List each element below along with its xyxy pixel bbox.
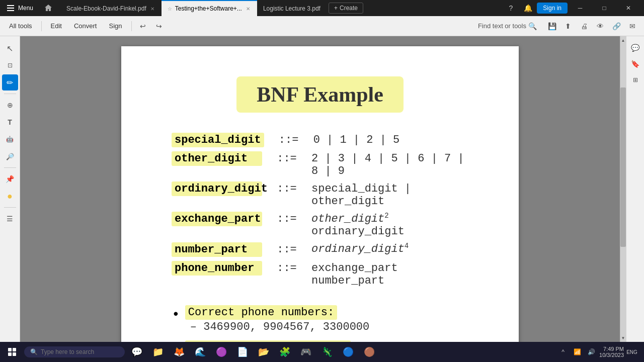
titlebar-actions: ? 🔔 Sign in ─ □ ✕	[503, 0, 640, 16]
bookmarks-panel-button[interactable]: 🔖	[628, 56, 643, 71]
taskbar-search-icon: 🔍	[30, 348, 38, 355]
edit-button[interactable]: Edit	[46, 20, 67, 32]
menu-button[interactable]: Menu	[4, 0, 36, 16]
taskbar-search[interactable]: 🔍	[24, 346, 125, 357]
link-button[interactable]: 🔗	[609, 19, 624, 34]
taskbar-app-puzzle[interactable]: 🧩	[275, 342, 295, 362]
scroll-thumb[interactable]	[620, 87, 626, 247]
dot-marker-tool[interactable]: ●	[2, 188, 18, 204]
taskbar-app-brown[interactable]: 🟤	[359, 342, 379, 362]
select-tool[interactable]: ⊡	[2, 57, 18, 73]
taskbar-app-edge[interactable]: 🌊	[190, 342, 210, 362]
edit-pen-tool[interactable]: ✏	[2, 74, 18, 90]
all-tools-button[interactable]: All tools	[4, 20, 37, 32]
cursor-tool[interactable]: ↖	[2, 40, 18, 56]
bell-icon: 🔔	[524, 4, 532, 12]
tab-label: Scale-Ebook-David-Finkel.pdf	[66, 5, 146, 12]
hamburger-icon	[7, 5, 14, 11]
pen-icon: ✏	[7, 78, 13, 87]
chat-icon: 💬	[131, 346, 142, 357]
steam-icon: 🎮	[300, 346, 311, 357]
save-icon: 💾	[548, 22, 556, 30]
sign-in-button[interactable]: Sign in	[537, 3, 568, 14]
tray-network-button[interactable]: 📶	[571, 346, 583, 358]
bullets-section: • Correct phone numbers: – 3469900, 9904…	[162, 306, 478, 342]
mail-button[interactable]: ✉	[625, 19, 640, 34]
zoom-tool[interactable]: ⊕	[2, 97, 18, 113]
menu-lines-icon: ☰	[7, 215, 13, 223]
bnf-lhs-phone-number: phone_number	[172, 261, 262, 276]
taskbar-app-folder[interactable]: 📂	[254, 342, 274, 362]
taskbar-app-file-explorer[interactable]: 📁	[148, 342, 168, 362]
edit-label: Edit	[51, 22, 62, 30]
tray-clock[interactable]: 7:49 PM 10/3/2023	[599, 346, 624, 358]
tray-date-label: 10/3/2023	[599, 352, 624, 358]
tab-testing-software[interactable]: ☆ Testing+the+Software+... ✕	[162, 0, 257, 16]
taskbar-app-steam[interactable]: 🎮	[296, 342, 316, 362]
review-button[interactable]: 👁	[593, 19, 608, 34]
tray-chevron-button[interactable]: ^	[557, 346, 569, 358]
save-button[interactable]: 💾	[544, 19, 559, 34]
close-button[interactable]: ✕	[617, 0, 640, 16]
tab-label: Logistic Lecture 3.pdf	[263, 5, 320, 12]
bnf-arrow-4: ::=	[270, 213, 303, 225]
home-tab[interactable]	[40, 0, 56, 16]
text-icon: T	[8, 118, 12, 126]
green-app-icon: 🦎	[321, 346, 333, 357]
scroll-up-button[interactable]: ▲	[620, 36, 626, 44]
tab-scale-ebook[interactable]: Scale-Ebook-David-Finkel.pdf ✕	[60, 0, 162, 16]
taskbar-app-firefox[interactable]: 🦊	[169, 342, 189, 362]
sign-button[interactable]: Sign	[104, 20, 127, 32]
tray-volume-button[interactable]: 🔊	[585, 346, 597, 358]
taskbar-app-chat[interactable]: 💬	[127, 342, 147, 362]
start-button[interactable]	[2, 342, 22, 362]
find-tools-button[interactable]: Find text or tools 🔍	[472, 20, 542, 33]
bnf-row-exchange-part: exchange_part ::= other_digit2 ordinary_…	[172, 212, 468, 238]
toolbar-right-icons: 💾 ⬆ 🖨 👁 🔗 ✉	[544, 19, 640, 34]
scroll-down-button[interactable]: ▼	[620, 334, 626, 342]
pdf-viewer[interactable]: BNF Example special_digit ::= 0 | 1 | 2 …	[20, 36, 620, 342]
taskbar-app-green[interactable]: 🦎	[317, 342, 337, 362]
tray-lang-button[interactable]: ENG	[626, 346, 638, 358]
share-button[interactable]: ⬆	[560, 19, 576, 34]
pdf-title: BNF Example	[236, 76, 404, 113]
pages-panel-button[interactable]: ⊞	[628, 72, 643, 87]
menu-tool[interactable]: ☰	[2, 211, 18, 227]
sign-label: Sign	[109, 22, 122, 30]
create-button[interactable]: + Create	[329, 3, 363, 14]
taskbar-apps: 💬 📁 🦊 🌊 🟣 📄 📂 🧩 🎮 🦎 🔵	[127, 342, 379, 362]
bnf-rhs-ordinary-digit: special_digit | other_digit	[311, 183, 468, 208]
convert-button[interactable]: Convert	[69, 20, 102, 32]
help-button[interactable]: ?	[503, 0, 519, 16]
pin-tool[interactable]: 📌	[2, 171, 18, 187]
tab-logistic-lecture[interactable]: Logistic Lecture 3.pdf	[257, 0, 327, 16]
restore-button[interactable]: □	[593, 0, 616, 16]
folder-icon: 📂	[258, 346, 269, 357]
firefox-icon: 🦊	[174, 346, 185, 357]
mail-icon: ✉	[629, 22, 635, 30]
text-tool[interactable]: T	[2, 114, 18, 130]
comments-panel-button[interactable]: 💬	[628, 40, 643, 55]
bnf-lhs-ordinary-digit: ordinary_digit	[172, 182, 262, 196]
taskbar-app-blue[interactable]: 🔵	[338, 342, 358, 362]
bnf-row-ordinary-digit: ordinary_digit ::= special_digit | other…	[172, 182, 468, 208]
minimize-button[interactable]: ─	[569, 0, 592, 16]
taskbar-app-acrobat[interactable]: 📄	[232, 342, 253, 362]
ai-icon: 🤖	[6, 136, 14, 143]
dot-icon: ●	[7, 191, 13, 202]
find-tool[interactable]: 🔎	[2, 148, 18, 164]
toolbar: All tools Edit Convert Sign ↩ ↪ Find tex…	[0, 16, 644, 36]
taskbar-app-discord[interactable]: 🟣	[211, 342, 231, 362]
tab-close[interactable]: ✕	[149, 5, 155, 13]
taskbar-search-input[interactable]	[41, 348, 116, 355]
print-button[interactable]: 🖨	[577, 19, 592, 34]
bullet-sub-correct: – 3469900, 9904567, 3300000	[190, 321, 369, 333]
vertical-scrollbar[interactable]: ▲ ▼	[620, 36, 626, 342]
bnf-rhs-phone-number: exchange_part number_part	[311, 262, 468, 287]
tab-close-active[interactable]: ✕	[245, 5, 251, 13]
redo-button[interactable]: ↪	[152, 19, 166, 33]
scroll-track[interactable]	[620, 44, 626, 334]
notifications-button[interactable]: 🔔	[520, 0, 536, 16]
ai-tool[interactable]: 🤖	[2, 131, 18, 147]
undo-button[interactable]: ↩	[136, 19, 150, 33]
